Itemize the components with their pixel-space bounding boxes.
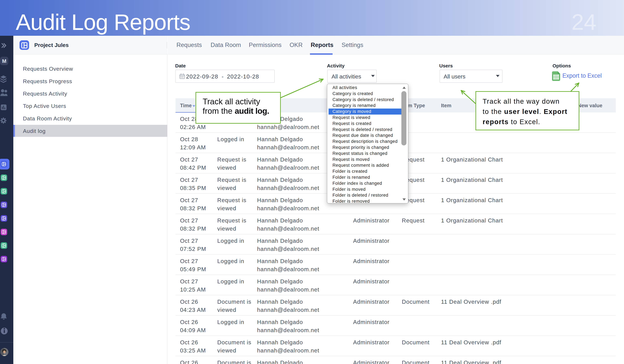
svg-text:M: M: [2, 58, 6, 64]
